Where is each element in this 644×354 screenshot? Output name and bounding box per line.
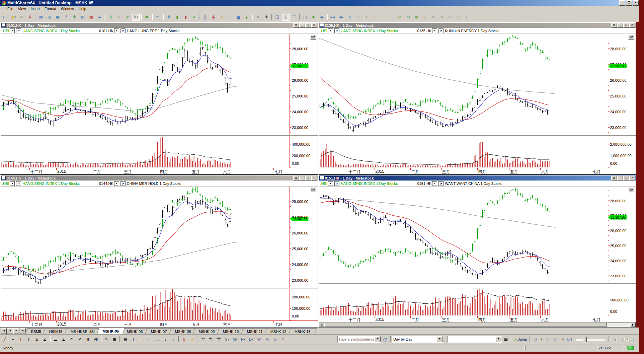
undo-zoom[interactable]: ↺ bbox=[429, 13, 437, 21]
expand-vertical[interactable]: ↕ bbox=[354, 13, 362, 21]
visual-order[interactable]: ◎ bbox=[455, 13, 462, 21]
playback-step-forward-button[interactable]: ▷| bbox=[553, 336, 560, 343]
restore-button[interactable]: ❐ bbox=[626, 0, 632, 6]
draw-grid[interactable]: ⊞ bbox=[111, 336, 118, 343]
volume-pane[interactable]: 500,000.000.00 bbox=[319, 283, 636, 316]
study-properties[interactable]: ✱ bbox=[143, 13, 151, 21]
resolution-day-dropdown[interactable]: ▾ bbox=[252, 338, 253, 341]
resolution-volume[interactable]: VOL▾ bbox=[207, 336, 215, 343]
float-window-button[interactable]: ▨ bbox=[293, 176, 299, 181]
playback-instrument-select-dropdown[interactable]: ▼ bbox=[496, 336, 501, 342]
insert-symbol[interactable]: ▤ bbox=[37, 13, 45, 21]
instrument-symbol-dropdown[interactable]: ▾ bbox=[114, 181, 119, 186]
draw-text[interactable]: T bbox=[130, 336, 137, 343]
scroll-left-button[interactable]: ◀ bbox=[319, 323, 324, 327]
chart-header[interactable]: 0144.HK - 1 Day - Metastock▨_□✕ bbox=[1, 175, 318, 181]
down-bars[interactable]: ▮ bbox=[182, 13, 189, 21]
index-symbol-dropdown[interactable]: ▾ bbox=[328, 28, 333, 33]
playback-speed-slider[interactable] bbox=[576, 336, 605, 342]
menu-window[interactable]: Window bbox=[59, 6, 76, 11]
chart-header[interactable]: 0151.HK - 1 Day - Metastock▨_□✕ bbox=[319, 175, 636, 181]
draw-arc[interactable]: ◡ bbox=[154, 336, 161, 343]
scroll-right[interactable]: → bbox=[388, 13, 395, 21]
menu-file[interactable]: File bbox=[5, 6, 16, 11]
copy-chart-image[interactable]: ▣ bbox=[310, 13, 317, 21]
new-chart-window[interactable]: ▢ bbox=[1, 13, 9, 21]
scale-down[interactable]: ↓ bbox=[371, 13, 379, 21]
draw-vertical-line[interactable]: | bbox=[17, 336, 24, 343]
draw-curve[interactable]: ∿ bbox=[115, 13, 123, 21]
resolution-tick[interactable]: TICK▾ bbox=[199, 336, 207, 343]
draw-rectangle[interactable]: ▭ bbox=[138, 336, 145, 343]
price-pane[interactable]: 28,000.0027,000.0026,000.0025,000.0024,0… bbox=[1, 187, 318, 288]
tab-mshk-07[interactable]: MSHK-07 bbox=[145, 328, 173, 334]
horizontal-scrollbar[interactable]: ◀▶ bbox=[319, 322, 636, 327]
draw-arrow-tool[interactable]: ⇗ bbox=[124, 13, 131, 21]
data-window-icon[interactable]: ▤▾ bbox=[628, 187, 634, 192]
draw-calculator[interactable]: ▤ bbox=[122, 336, 129, 343]
zoom-out[interactable]: ⊖ bbox=[421, 13, 429, 21]
format-studies[interactable]: ▩ bbox=[87, 13, 95, 21]
apply-changes[interactable]: ✔ bbox=[190, 13, 198, 21]
close-window-button[interactable]: ✕ bbox=[311, 23, 317, 28]
minimize-window-button[interactable]: _ bbox=[617, 176, 623, 181]
tab-mshk-13[interactable]: MSHK-13 bbox=[289, 328, 317, 334]
playback-mode-select-dropdown[interactable]: ▼ bbox=[437, 336, 442, 342]
tab-prev-button[interactable]: ◀ bbox=[7, 328, 13, 334]
instrument-symbol-dropdown[interactable]: ▾ bbox=[432, 181, 437, 186]
chart-header[interactable]: 0135.HK - 1 Day - Metastock▨_□✕ bbox=[319, 23, 636, 28]
tab-mshk-10[interactable]: MSHK-10 bbox=[217, 328, 245, 334]
stay-in-drawing-mode[interactable]: ✦ bbox=[188, 336, 196, 343]
horizontal-pointer[interactable]: ┼ bbox=[282, 13, 290, 21]
index-interval-dropdown[interactable]: |▾ bbox=[334, 28, 339, 33]
scroll-left[interactable]: ← bbox=[379, 13, 387, 21]
resolution-volume-dropdown[interactable]: ▾ bbox=[211, 339, 212, 341]
draw-cycle-lines[interactable]: Ⅲ bbox=[84, 336, 91, 343]
edit-study[interactable]: ▨ bbox=[79, 13, 87, 21]
playback-mode-select[interactable]: Day by Day▼ bbox=[392, 336, 443, 343]
resolution-second[interactable]: S▾ bbox=[223, 336, 231, 343]
resolution-range-dropdown[interactable]: ▾ bbox=[219, 339, 220, 341]
restore-scale[interactable]: ↻ bbox=[446, 13, 454, 21]
tab-first-button[interactable]: |◀ bbox=[1, 328, 7, 334]
tab-mshk-06[interactable]: MSHK-06 bbox=[121, 328, 149, 334]
window-properties[interactable]: ▭ bbox=[154, 13, 162, 21]
maximize-window-button[interactable]: □ bbox=[305, 23, 311, 28]
price-pane[interactable]: 28,000.0027,000.0026,000.0025,000.0024,0… bbox=[319, 34, 636, 135]
float-window-button[interactable]: ▨ bbox=[611, 176, 617, 181]
redo-zoom[interactable]: ↻ bbox=[438, 13, 446, 21]
playback-back-options-dropdown[interactable]: ▾ bbox=[540, 336, 544, 343]
menu-format[interactable]: Format bbox=[42, 6, 59, 11]
quote-manager[interactable]: ▰ bbox=[96, 13, 103, 21]
crosshair-tool[interactable]: ✚ bbox=[262, 13, 270, 21]
chart-header[interactable]: 0101.HK - 1 Day - Metastock▨_□✕ bbox=[1, 23, 318, 28]
symbol-interval-input[interactable] bbox=[338, 337, 375, 342]
index-interval-dropdown[interactable]: |▾ bbox=[16, 28, 21, 33]
minimize-window-button[interactable]: _ bbox=[299, 23, 305, 28]
resolution-quarter[interactable]: Q bbox=[271, 336, 279, 343]
resolution-week[interactable]: W bbox=[255, 336, 263, 343]
minimize-button[interactable]: _ bbox=[619, 0, 625, 6]
draw-time-extension[interactable]: Ⅶ bbox=[92, 336, 99, 343]
tab-ms-hkse-hsi[interactable]: MS-HKSE-HSI bbox=[65, 328, 101, 334]
instrument-interval-dropdown[interactable]: |▾ bbox=[120, 28, 126, 33]
up-bars[interactable]: ▮ bbox=[173, 13, 181, 21]
freehand-drawing-dropdown[interactable]: ▾ bbox=[137, 16, 138, 18]
draw-freehand[interactable]: ✎ bbox=[103, 336, 110, 343]
edit-function[interactable]: ƒ bbox=[62, 13, 70, 21]
instrument-interval-dropdown[interactable]: |▾ bbox=[438, 28, 444, 33]
draw-trendline[interactable]: ╱ bbox=[1, 336, 8, 343]
close-desktop[interactable]: ✗ bbox=[26, 13, 34, 21]
volume-pane[interactable]: 400,000.00200,000.000.00 bbox=[1, 135, 318, 168]
format-instruments[interactable]: ⇵ bbox=[165, 13, 173, 21]
index-symbol-dropdown[interactable]: ▾ bbox=[328, 181, 333, 186]
playback-settings-icon[interactable]: ▦ bbox=[502, 336, 510, 343]
draw-fib-arc[interactable]: ◠ bbox=[68, 336, 75, 343]
draw-fib-fan[interactable]: ∠ bbox=[60, 336, 67, 343]
style-candlestick[interactable]: ╪ bbox=[210, 13, 217, 21]
close-button[interactable]: ✕ bbox=[633, 0, 639, 6]
compress-vertical[interactable]: ⇕ bbox=[346, 13, 353, 21]
compress-horizontal[interactable]: ▶◀ bbox=[329, 13, 337, 21]
zoom-in[interactable]: ⊕ bbox=[413, 13, 420, 21]
clock-icon[interactable]: ◷ bbox=[381, 336, 389, 343]
